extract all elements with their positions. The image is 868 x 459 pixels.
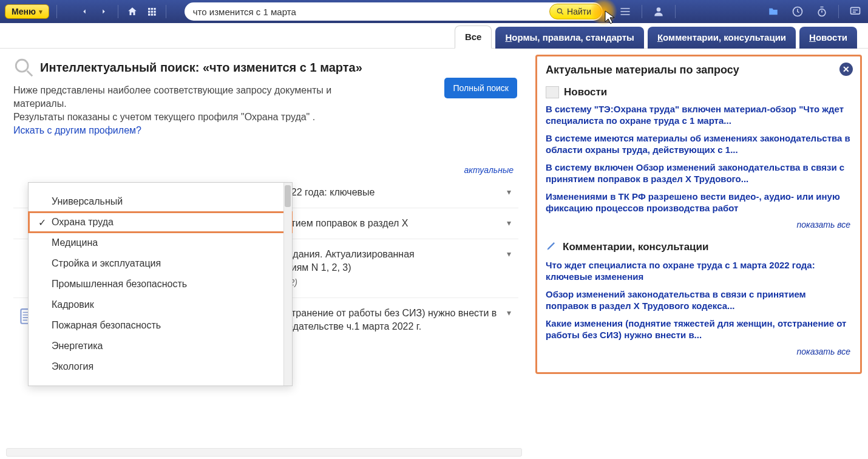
svg-line-7 [27,71,33,76]
comments-section-title: Комментарии, консультации [563,241,708,253]
category-tabs: Все Нормы, правила, стандарты Комментари… [0,23,868,49]
toolbar-separator [166,5,166,18]
search-button[interactable]: Найти [549,4,602,19]
news-section-title: Новости [564,86,607,98]
newspaper-icon [546,86,559,98]
toolbar-separator [642,5,642,18]
nav-back-button[interactable] [75,4,93,19]
svg-point-2 [657,7,661,12]
search-heading: Интеллектуальный поиск: «что изменится с… [13,57,518,78]
home-button[interactable] [123,4,141,19]
main-area: Интеллектуальный поиск: «что изменится с… [0,49,868,459]
top-toolbar: Меню ▼ Найти [0,0,868,23]
stopwatch-icon[interactable] [814,4,830,19]
folder-icon[interactable] [765,4,781,19]
comment-link[interactable]: Что ждет специалиста по охране труда с 1… [546,259,850,282]
svg-point-0 [557,8,561,13]
comment-link[interactable]: Какие изменения (поднятие тяжестей для ж… [546,318,850,341]
right-sidebar: Актуальные материалы по запросу ✕ Новост… [528,49,868,459]
toolbar-separator [56,5,57,18]
relevant-materials-panel: Актуальные материалы по запросу ✕ Новост… [535,55,862,374]
search-results-pane: Интеллектуальный поиск: «что изменится с… [0,49,528,459]
chevron-down-icon[interactable]: ▾ [507,187,511,197]
news-link[interactable]: В систему включен Обзор изменений законо… [546,162,850,185]
nav-forward-button[interactable] [95,4,113,19]
svg-point-6 [16,59,28,72]
chat-icon[interactable] [847,4,863,19]
profile-option-ohrana-truda[interactable]: Охрана труда [29,212,292,233]
search-bar: Найти [185,2,603,21]
comments-section: Комментарии, консультации Что ждет специ… [546,239,850,356]
svg-point-4 [818,9,826,16]
clock-icon[interactable] [790,4,805,19]
show-all-comments-link[interactable]: показать все [546,347,850,356]
chevron-down-icon[interactable]: ▾ [507,218,511,228]
caret-down-icon: ▼ [38,8,44,15]
profile-dropdown: Универсальный Охрана труда Медицина Стро… [28,182,293,386]
dropdown-scrollbar[interactable] [283,183,292,386]
tab-norms[interactable]: Нормы, правила, стандарты [495,27,644,49]
news-link[interactable]: В систему "ТЭ:Охрана труда" включен мате… [546,103,850,126]
tab-all[interactable]: Все [455,25,492,49]
search-description: Ниже представлены наиболее соответствующ… [13,84,384,137]
profile-option-medicina[interactable]: Медицина [29,233,292,253]
horizontal-scrollbar[interactable] [6,448,522,457]
main-menu-button[interactable]: Меню ▼ [5,4,49,19]
tab-news[interactable]: Новости [799,27,857,49]
profile-option-universal[interactable]: Универсальный [29,191,292,212]
profile-option-energetika[interactable]: Энергетика [29,336,292,356]
pen-icon [546,239,558,254]
profile-option-stroyka[interactable]: Стройка и эксплуатация [29,253,292,274]
search-button-label: Найти [567,7,591,16]
search-input[interactable] [193,7,549,17]
profile-option-prom-bezopasnost[interactable]: Промышленная безопасность [29,274,292,294]
change-profile-link[interactable]: Искать с другим профилем? [13,125,141,135]
svg-rect-5 [851,7,860,14]
search-heading-text: Интеллектуальный поиск: «что изменится с… [40,61,362,75]
toolbar-right-icons [617,4,863,19]
comment-link[interactable]: Обзор изменений законодательства в связи… [546,288,850,311]
panel-title: Актуальные материалы по запросу [546,64,850,76]
user-profile-icon[interactable] [651,4,666,19]
news-link[interactable]: Изменениями в ТК РФ разрешено вести виде… [546,191,850,214]
tab-comments[interactable]: Комментарии, консультации [648,27,796,49]
toolbar-separator [118,5,118,18]
news-section: Новости В систему "ТЭ:Охрана труда" вклю… [546,86,850,229]
toolbar-separator [838,5,839,18]
show-all-news-link[interactable]: показать все [546,220,850,229]
apps-grid-button[interactable] [143,4,161,19]
profile-option-kadrovik[interactable]: Кадровик [29,294,292,315]
profile-option-pozhar[interactable]: Пожарная безопасность [29,315,292,336]
news-link[interactable]: В системе имеются материалы об изменения… [546,132,850,155]
magnifier-icon [13,57,34,78]
chevron-down-icon[interactable]: ▾ [507,308,511,318]
chevron-down-icon[interactable]: ▾ [507,249,511,259]
menu-label: Меню [12,7,36,16]
close-panel-button[interactable]: ✕ [839,63,853,76]
full-search-button[interactable]: Полный поиск [444,78,517,98]
nav-cluster [75,4,170,19]
hamburger-menu-icon[interactable] [617,4,633,19]
toolbar-separator [675,5,676,18]
actual-filter-link[interactable]: актуальные [13,165,514,175]
profile-option-ekologiya[interactable]: Экология [29,356,292,377]
svg-line-1 [561,13,563,15]
